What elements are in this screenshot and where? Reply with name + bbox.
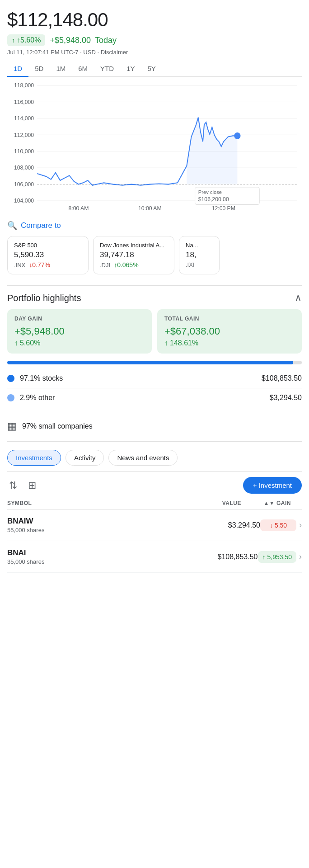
inv-gain-bnai: ↑ 5,953.50 bbox=[258, 551, 297, 563]
svg-text:$106,200.00: $106,200.00 bbox=[198, 196, 229, 203]
svg-text:108,000: 108,000 bbox=[14, 165, 34, 171]
add-investment-label: + Investment bbox=[253, 481, 292, 489]
alloc-value-stocks: $108,853.50 bbox=[262, 374, 302, 382]
dot-stocks bbox=[7, 375, 14, 382]
svg-text:12:00 PM: 12:00 PM bbox=[212, 205, 235, 212]
index-card-nasdaq[interactable]: Na... 18, .IXI bbox=[179, 236, 220, 274]
index-value-dji: 39,747.18 bbox=[100, 250, 168, 259]
svg-text:110,000: 110,000 bbox=[14, 148, 34, 155]
index-cards-list: S&P 500 5,590.33 .INX ↓0.77% Dow Jones I… bbox=[7, 236, 302, 278]
search-icon: 🔍 bbox=[7, 221, 17, 231]
chevron-right-bnai: › bbox=[299, 552, 302, 561]
portfolio-bar-container: 97.1% stocks $108,853.50 2.9% other $3,2… bbox=[7, 361, 302, 406]
portfolio-bar-fill bbox=[7, 361, 293, 364]
col-value: VALUE bbox=[196, 500, 241, 506]
main-tabs: Investments Activity News and events bbox=[7, 443, 302, 472]
index-pct-sp500: ↓0.77% bbox=[29, 261, 50, 269]
col-gain: ▲▼ GAIN bbox=[241, 500, 291, 506]
alloc-label-other: 2.9% other bbox=[20, 394, 55, 402]
tab-investments[interactable]: Investments bbox=[7, 450, 61, 466]
inv-value-bnaiw: $3,294.50 bbox=[215, 521, 260, 529]
index-name-nasdaq: Na... bbox=[186, 242, 213, 249]
down-arrow-bnaiw: ↓ bbox=[270, 522, 273, 529]
tab-1m[interactable]: 1M bbox=[50, 61, 72, 77]
inv-info-bnaiw: BNAIW 55,000 shares bbox=[7, 517, 215, 533]
tab-1d[interactable]: 1D bbox=[7, 61, 28, 77]
divider-alloc-1 bbox=[7, 388, 302, 388]
inv-value-bnai: $108,853.50 bbox=[213, 553, 258, 561]
main-price: $112,148.00 bbox=[7, 9, 302, 31]
index-ticker-dji: .DJI bbox=[100, 262, 110, 269]
total-gain-value: +$67,038.00 bbox=[164, 326, 295, 337]
timestamp: Jul 11, 12:07:41 PM UTC-7 · USD · Discla… bbox=[7, 49, 302, 56]
compare-to-row[interactable]: 🔍 Compare to bbox=[7, 214, 302, 236]
grid-icon: ▦ bbox=[7, 420, 17, 432]
svg-text:104,000: 104,000 bbox=[14, 198, 34, 204]
total-gain-pct: ↑ 148.61% bbox=[164, 339, 295, 347]
add-investment-button[interactable]: + Investment bbox=[243, 477, 302, 494]
index-value-sp500: 5,590.33 bbox=[14, 250, 82, 259]
view-toggle-icon[interactable]: ⊞ bbox=[26, 478, 38, 493]
svg-text:116,000: 116,000 bbox=[14, 99, 34, 105]
chart-svg: 118,000 116,000 114,000 112,000 110,000 … bbox=[7, 79, 302, 214]
inv-row-bnai[interactable]: BNAI 35,000 shares $108,853.50 ↑ 5,953.5… bbox=[7, 541, 302, 573]
divider-3 bbox=[7, 441, 302, 442]
svg-text:114,000: 114,000 bbox=[14, 115, 34, 122]
divider-2 bbox=[7, 413, 302, 413]
index-ticker-nasdaq: .IXI bbox=[186, 261, 195, 268]
svg-text:106,000: 106,000 bbox=[14, 181, 34, 188]
tab-ytd[interactable]: YTD bbox=[94, 61, 120, 77]
alloc-value-other: $3,294.50 bbox=[270, 394, 302, 402]
tab-news-events[interactable]: News and events bbox=[108, 450, 178, 466]
small-co-label: 97% small companies bbox=[22, 422, 93, 430]
chevron-right-bnaiw: › bbox=[299, 520, 302, 530]
inv-shares-bnai: 35,000 shares bbox=[7, 558, 213, 565]
index-name-sp500: S&P 500 bbox=[14, 242, 82, 249]
inv-gain-bnaiw: ↓ 5.50 bbox=[260, 519, 296, 531]
collapse-icon[interactable]: ∧ bbox=[295, 292, 302, 304]
change-today: +$5,948.00 Today bbox=[50, 36, 117, 45]
price-chart: 118,000 116,000 114,000 112,000 110,000 … bbox=[7, 79, 302, 214]
day-gain-label: DAY GAIN bbox=[14, 316, 145, 322]
action-icons: ⇅ ⊞ bbox=[7, 478, 38, 493]
svg-text:118,000: 118,000 bbox=[14, 82, 34, 89]
gain-value-bnaiw: 5.50 bbox=[275, 522, 287, 529]
total-gain-pct-text: 148.61% bbox=[170, 339, 198, 347]
portfolio-highlights-header: Portfolio highlights ∧ bbox=[7, 288, 302, 309]
inv-symbol-bnai: BNAI bbox=[7, 548, 213, 557]
day-gain-card: DAY GAIN +$5,948.00 ↑ 5.60% bbox=[7, 309, 152, 354]
alloc-row-other: 2.9% other $3,294.50 bbox=[7, 390, 302, 406]
tab-5d[interactable]: 5D bbox=[28, 61, 50, 77]
gain-value-bnai: 5,953.50 bbox=[267, 553, 292, 561]
index-card-sp500[interactable]: S&P 500 5,590.33 .INX ↓0.77% bbox=[7, 236, 89, 274]
inv-row-bnaiw[interactable]: BNAIW 55,000 shares $3,294.50 ↓ 5.50 › bbox=[7, 509, 302, 541]
up-arrow-bnai: ↑ bbox=[262, 553, 266, 561]
up-arrow-total: ↑ bbox=[164, 339, 168, 347]
compare-label: Compare to bbox=[21, 221, 61, 230]
dot-other bbox=[7, 394, 14, 401]
inv-shares-bnaiw: 55,000 shares bbox=[7, 527, 215, 533]
inv-info-bnai: BNAI 35,000 shares bbox=[7, 548, 213, 565]
divider-1 bbox=[7, 285, 302, 286]
total-gain-label: TOTAL GAIN bbox=[164, 316, 295, 322]
gains-row: DAY GAIN +$5,948.00 ↑ 5.60% TOTAL GAIN +… bbox=[7, 309, 302, 354]
tab-6m[interactable]: 6M bbox=[72, 61, 94, 77]
total-gain-card: TOTAL GAIN +$67,038.00 ↑ 148.61% bbox=[157, 309, 302, 354]
svg-text:10:00 AM: 10:00 AM bbox=[138, 205, 162, 212]
tab-5y[interactable]: 5Y bbox=[141, 61, 162, 77]
up-arrow-icon: ↑ bbox=[12, 37, 15, 44]
action-row: ⇅ ⊞ + Investment bbox=[7, 472, 302, 497]
svg-text:Prev close: Prev close bbox=[198, 189, 222, 195]
sort-icon[interactable]: ⇅ bbox=[7, 478, 19, 493]
index-ticker-sp500: .INX bbox=[14, 262, 25, 269]
index-card-dji[interactable]: Dow Jones Industrial A... 39,747.18 .DJI… bbox=[93, 236, 174, 274]
alloc-label-stocks: 97.1% stocks bbox=[20, 374, 63, 382]
tab-activity[interactable]: Activity bbox=[66, 450, 104, 466]
tab-1y[interactable]: 1Y bbox=[120, 61, 141, 77]
time-tabs: 1D 5D 1M 6M YTD 1Y 5Y bbox=[7, 61, 302, 77]
portfolio-bar bbox=[7, 361, 302, 364]
index-name-dji: Dow Jones Industrial A... bbox=[100, 242, 168, 249]
index-pct-dji: ↑0.065% bbox=[114, 261, 138, 269]
table-header: SYMBOL VALUE ▲▼ GAIN bbox=[7, 497, 302, 509]
up-arrow-day: ↑ bbox=[14, 339, 18, 347]
